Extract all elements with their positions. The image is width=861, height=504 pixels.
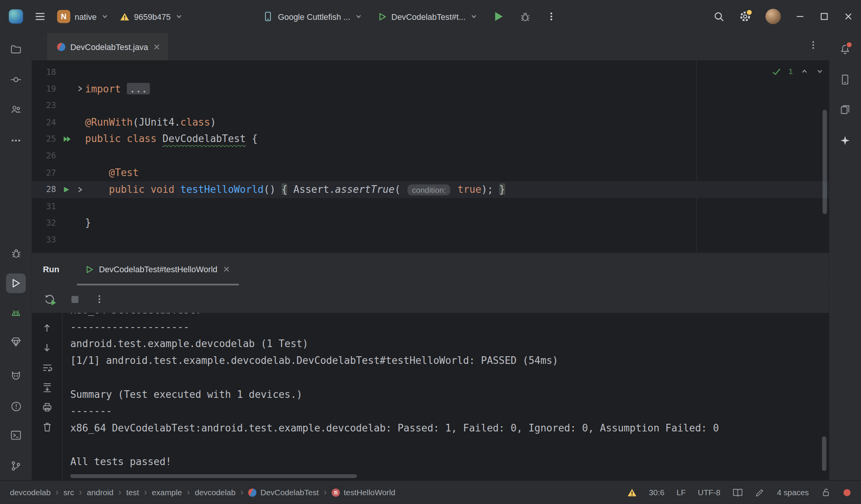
stop-button[interactable] bbox=[71, 295, 79, 304]
breadcrumb-item[interactable]: devcodelab bbox=[10, 488, 51, 497]
console-vertical-scrollbar[interactable] bbox=[822, 436, 827, 471]
run-gutter-icon[interactable] bbox=[63, 131, 71, 148]
run-button[interactable] bbox=[493, 11, 504, 22]
fold-arrow-icon[interactable] bbox=[76, 181, 84, 198]
prev-problem-chevron-icon[interactable] bbox=[801, 68, 808, 75]
pen-icon[interactable] bbox=[755, 488, 765, 498]
indent-setting[interactable]: 4 spaces bbox=[777, 488, 809, 497]
minimize-button[interactable] bbox=[795, 11, 805, 21]
status-red-indicator[interactable] bbox=[843, 488, 851, 497]
fold-arrow-icon[interactable] bbox=[76, 81, 84, 97]
editor-line[interactable]: 31 bbox=[32, 198, 829, 215]
line-separator[interactable]: LF bbox=[676, 488, 686, 497]
breadcrumb-item[interactable]: mtestHelloWorld bbox=[332, 488, 395, 497]
close-button[interactable] bbox=[843, 11, 853, 21]
code-text: @RunWith(JUnit4.class) bbox=[85, 114, 216, 131]
console-toolbar bbox=[32, 313, 63, 481]
editor-line[interactable]: 33 bbox=[32, 232, 829, 249]
code-text: public void testHelloWorld() { Assert.as… bbox=[85, 181, 505, 199]
warning-icon bbox=[120, 12, 129, 21]
console-horizontal-scrollbar[interactable] bbox=[70, 474, 357, 478]
user-avatar[interactable] bbox=[766, 9, 781, 24]
breadcrumb-item[interactable]: android bbox=[87, 488, 113, 497]
debug-button[interactable] bbox=[520, 11, 531, 22]
breadcrumb-item[interactable]: devcodelab bbox=[195, 488, 236, 497]
editor-line[interactable]: 25public class DevCodelabTest { bbox=[32, 131, 829, 148]
device-name: Google Cuttlefish ... bbox=[278, 12, 350, 21]
android-tool-icon[interactable] bbox=[6, 304, 26, 323]
run-configuration-selector[interactable]: DevCodelabTest#t... bbox=[378, 12, 478, 21]
soft-wrap-icon[interactable] bbox=[39, 360, 55, 376]
notifications-bell-icon[interactable] bbox=[835, 40, 855, 60]
editor-line[interactable]: 28 public void testHelloWorld() { Assert… bbox=[32, 181, 829, 198]
scroll-up-icon[interactable] bbox=[39, 320, 55, 336]
run-gutter-icon[interactable] bbox=[63, 181, 70, 198]
settings-gear-icon[interactable] bbox=[739, 10, 751, 23]
build-id: 9659b475 bbox=[134, 12, 171, 21]
reader-mode-icon[interactable] bbox=[733, 488, 743, 497]
run-tool-icon[interactable] bbox=[6, 273, 26, 293]
logcat-tool-icon[interactable] bbox=[6, 366, 26, 386]
breadcrumb-item[interactable]: test bbox=[126, 488, 139, 497]
scroll-down-icon[interactable] bbox=[39, 339, 55, 355]
run-tab[interactable]: DevCodelabTest#testHelloWorld bbox=[77, 253, 239, 286]
tests-passed-check-icon bbox=[772, 68, 781, 75]
class-icon bbox=[248, 488, 257, 497]
console-line: x86_64 DevCodelabTest: bbox=[70, 313, 829, 318]
device-manager-tool-icon[interactable] bbox=[6, 332, 26, 352]
inspection-widget[interactable]: 1 bbox=[772, 67, 824, 76]
editor-line[interactable]: 24@RunWith(JUnit4.class) bbox=[32, 114, 829, 131]
status-warning-icon[interactable] bbox=[627, 488, 637, 497]
editor-tab-label: DevCodelabTest.java bbox=[70, 42, 148, 51]
search-everywhere-icon[interactable] bbox=[713, 11, 725, 22]
console-line bbox=[70, 437, 829, 454]
commit-tool-icon[interactable] bbox=[6, 70, 26, 90]
inspection-count: 1 bbox=[788, 67, 793, 76]
tab-options-kebab-icon[interactable] bbox=[808, 40, 818, 50]
caret-position[interactable]: 30:6 bbox=[649, 488, 665, 497]
rerun-button[interactable] bbox=[44, 293, 55, 305]
editor-tab[interactable]: DevCodelabTest.java bbox=[47, 33, 168, 60]
breadcrumb-item[interactable]: src bbox=[63, 488, 74, 497]
breadcrumb-separator-icon: › bbox=[187, 488, 190, 498]
run-more-options-kebab-icon[interactable] bbox=[94, 294, 104, 304]
debug-tool-icon[interactable] bbox=[6, 243, 26, 263]
next-problem-chevron-icon[interactable] bbox=[816, 68, 824, 75]
run-tab-close-icon[interactable] bbox=[223, 266, 230, 273]
device-explorer-tool-icon[interactable] bbox=[835, 100, 855, 120]
editor-line[interactable]: 32} bbox=[32, 215, 829, 232]
running-devices-tool-icon[interactable] bbox=[835, 70, 855, 90]
project-tool-icon[interactable] bbox=[6, 40, 26, 60]
editor-line[interactable]: 18 bbox=[32, 64, 829, 81]
breadcrumb-label: devcodelab bbox=[195, 488, 236, 497]
clear-console-trash-icon[interactable] bbox=[39, 419, 55, 435]
console-output[interactable]: x86_64 DevCodelabTest:------------------… bbox=[63, 313, 829, 481]
editor-scrollbar[interactable] bbox=[822, 110, 827, 214]
editor-line[interactable]: 23 bbox=[32, 97, 829, 114]
pull-requests-tool-icon[interactable] bbox=[6, 100, 26, 120]
more-tools-icon[interactable] bbox=[6, 131, 26, 150]
editor-line[interactable]: 19import ... bbox=[32, 81, 829, 97]
console-line: [1/1] android.test.example.devcodelab.De… bbox=[70, 352, 829, 369]
vcs-branch-widget[interactable]: 9659b475 bbox=[120, 12, 183, 21]
breadcrumb-item[interactable]: DevCodelabTest bbox=[248, 488, 319, 497]
file-encoding[interactable]: UTF-8 bbox=[698, 488, 720, 497]
problems-tool-icon[interactable] bbox=[6, 396, 26, 416]
print-icon[interactable] bbox=[39, 399, 55, 415]
device-selector[interactable]: Google Cuttlefish ... bbox=[262, 11, 362, 22]
breadcrumb-item[interactable]: example bbox=[152, 488, 182, 497]
unlock-icon[interactable] bbox=[821, 488, 831, 498]
version-control-tool-icon[interactable] bbox=[6, 456, 26, 476]
terminal-tool-icon[interactable] bbox=[6, 425, 26, 445]
project-selector[interactable]: N native bbox=[57, 10, 109, 23]
tab-close-icon[interactable] bbox=[153, 43, 160, 50]
gemini-tool-icon[interactable] bbox=[835, 131, 855, 150]
editor-line[interactable]: 26 bbox=[32, 148, 829, 165]
editor-line[interactable]: 27 @Test bbox=[32, 165, 829, 181]
maximize-button[interactable] bbox=[819, 11, 829, 21]
main-menu-icon[interactable] bbox=[34, 10, 46, 23]
chevron-down-icon bbox=[470, 13, 477, 20]
more-actions-icon[interactable] bbox=[546, 11, 556, 21]
scroll-to-end-icon[interactable] bbox=[39, 379, 55, 396]
code-editor[interactable]: 1819import ...2324@RunWith(JUnit4.class)… bbox=[32, 60, 829, 252]
